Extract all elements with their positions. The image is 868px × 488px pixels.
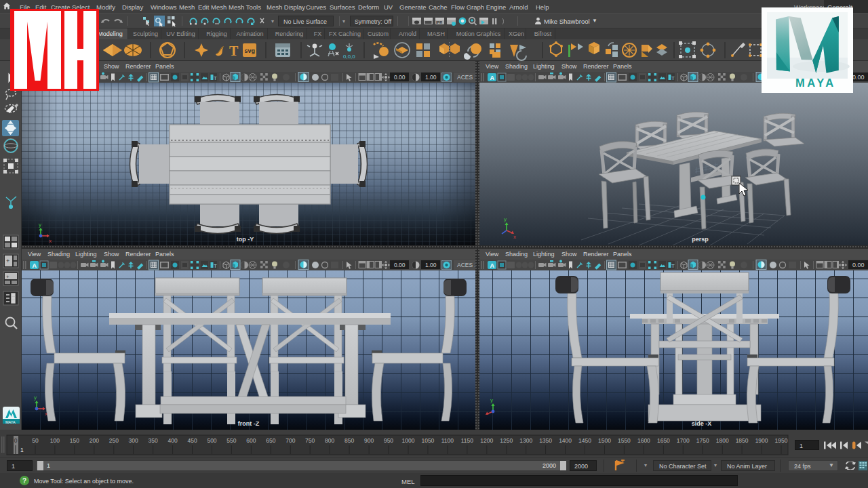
svg-text:900: 900 (364, 437, 374, 444)
svg-text:1700: 1700 (677, 437, 690, 444)
svg-text:700: 700 (285, 437, 295, 444)
svg-text:T: T (214, 75, 217, 81)
svg-text:1000: 1000 (402, 437, 415, 444)
svg-text:1850: 1850 (736, 437, 749, 444)
svg-text:A: A (33, 262, 37, 269)
svg-text:T: T (671, 263, 675, 269)
svg-text:1800: 1800 (716, 437, 729, 444)
svg-text:400: 400 (168, 437, 178, 444)
svg-text:1950: 1950 (775, 437, 788, 444)
svg-text:?: ? (22, 477, 26, 485)
svg-text:T: T (214, 263, 217, 269)
svg-text:1400: 1400 (559, 437, 572, 444)
svg-text:y: y (34, 394, 37, 401)
svg-text:A: A (490, 75, 495, 81)
svg-text:50: 50 (32, 437, 39, 444)
svg-text:1250: 1250 (500, 437, 513, 444)
svg-text:600: 600 (246, 437, 256, 444)
svg-text:+: + (6, 274, 9, 280)
svg-text:1: 1 (20, 447, 24, 453)
svg-text:1600: 1600 (637, 437, 650, 444)
svg-text:y: y (39, 222, 41, 228)
svg-text:450: 450 (188, 437, 197, 444)
svg-text:250: 250 (109, 437, 119, 444)
svg-text:x: x (45, 411, 47, 417)
svg-text:svg: svg (245, 47, 256, 54)
svg-text:0: 0 (14, 437, 18, 444)
svg-text:950: 950 (384, 437, 393, 444)
svg-text:1550: 1550 (618, 437, 631, 444)
svg-text:300: 300 (129, 437, 138, 444)
svg-text:1150: 1150 (461, 437, 474, 444)
svg-text:MAYA: MAYA (795, 77, 836, 89)
svg-text:+: + (6, 258, 9, 264)
svg-text:750: 750 (305, 437, 315, 444)
svg-text:T: T (229, 43, 239, 58)
svg-text:550: 550 (226, 437, 236, 444)
svg-text:200: 200 (90, 437, 99, 444)
svg-text:y: y (504, 216, 507, 222)
svg-text:1750: 1750 (696, 437, 709, 444)
svg-text:1200: 1200 (480, 437, 493, 444)
svg-text:1500: 1500 (598, 437, 611, 444)
svg-text:T: T (671, 75, 675, 81)
svg-text:100: 100 (50, 437, 60, 444)
svg-text:150: 150 (70, 437, 79, 444)
svg-text:850: 850 (344, 437, 354, 444)
svg-text:800: 800 (325, 437, 334, 444)
svg-text:500: 500 (207, 437, 216, 444)
svg-text:1650: 1650 (657, 437, 670, 444)
svg-text:1050: 1050 (421, 437, 434, 444)
svg-text:IPR: IPR (436, 20, 442, 24)
svg-text:A: A (490, 262, 495, 269)
svg-text:1350: 1350 (539, 437, 552, 444)
svg-text:y: y (490, 397, 493, 403)
svg-text:1300: 1300 (519, 437, 532, 444)
svg-text:1100: 1100 (441, 437, 454, 444)
svg-text:350: 350 (149, 437, 158, 444)
svg-text:650: 650 (266, 437, 275, 444)
svg-text:MAYA: MAYA (5, 420, 16, 424)
svg-text:1450: 1450 (578, 437, 591, 444)
svg-text:1900: 1900 (755, 437, 768, 444)
svg-text:0,0,0: 0,0,0 (343, 54, 355, 60)
